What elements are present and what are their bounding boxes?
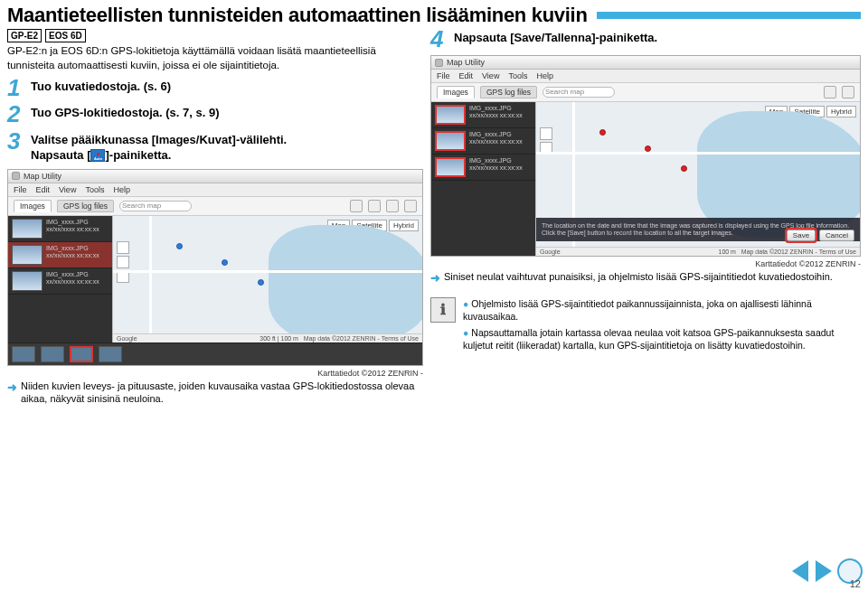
- app-titlebar: Map Utility: [431, 56, 860, 70]
- title-accent: [597, 12, 861, 19]
- tab-gps-log[interactable]: GPS log files: [480, 86, 537, 98]
- step-4-number: 4: [430, 29, 448, 50]
- img-date: xx/xx/xxxx xx:xx:xx: [46, 252, 99, 258]
- map-pin-red[interactable]: [645, 145, 651, 152]
- list-item[interactable]: IMG_xxxx.JPGxx/xx/xxxx xx:xx:xx: [431, 155, 535, 181]
- step-3: 3 Valitse pääikkunassa [Images/Kuvat]-vä…: [7, 131, 423, 164]
- list-item[interactable]: IMG_xxxx.JPGxx/xx/xxxx xx:xx:xx: [8, 242, 112, 268]
- mini-thumb[interactable]: [99, 346, 122, 362]
- map-pin-blue[interactable]: [222, 259, 228, 266]
- img-name: IMG_xxxx.JPG: [46, 271, 89, 277]
- list-item[interactable]: IMG_xxxx.JPGxx/xx/xxxx xx:xx:xx: [431, 128, 535, 155]
- map-logo: Google: [117, 335, 137, 342]
- list-item[interactable]: IMG_xxxx.JPGxx/xx/xxxx xx:xx:xx: [8, 268, 112, 295]
- maptab-hybrid[interactable]: Hybrid: [389, 220, 419, 231]
- mini-thumb[interactable]: [41, 346, 64, 362]
- toolbar-btn-1[interactable]: [350, 200, 363, 212]
- step-4: 4 Napsauta [Save/Tallenna]-painiketta.: [430, 29, 861, 50]
- thumb: [12, 219, 42, 239]
- menu-file[interactable]: File: [437, 71, 450, 80]
- map-view[interactable]: Map Satellite Hybrid The location on the…: [535, 102, 860, 256]
- step-2-text: Tuo GPS-lokitiedostoja. (s. 7, s. 9): [31, 104, 220, 125]
- toolbar-btn-1[interactable]: [824, 86, 836, 98]
- img-date: xx/xx/xxxx xx:xx:xx: [46, 226, 99, 232]
- step-3-line1: Valitse pääikkunassa [Images/Kuvat]-väli…: [31, 133, 287, 146]
- img-name: IMG_xxxx.JPG: [469, 105, 512, 111]
- map-pin-blue[interactable]: [258, 279, 264, 286]
- app-titlebar: Map Utility: [8, 170, 422, 183]
- image-list: IMG_xxxx.JPGxx/xx/xxxx xx:xx:xx IMG_xxxx…: [8, 216, 112, 342]
- map-attribution-left: Karttatiedot ©2012 ZENRIN -: [7, 369, 423, 378]
- menu-tools[interactable]: Tools: [85, 185, 104, 194]
- save-button[interactable]: Save: [787, 230, 816, 241]
- info-icon: ℹ: [430, 297, 456, 323]
- app-icon: [435, 59, 443, 67]
- menu-view[interactable]: View: [482, 71, 499, 80]
- prev-page-button[interactable]: [792, 560, 808, 582]
- map-attribution-right: Karttatiedot ©2012 ZENRIN -: [430, 259, 861, 268]
- arrow-icon: ➜: [430, 270, 440, 286]
- menu-help[interactable]: Help: [536, 71, 553, 80]
- page-number: 12: [850, 578, 861, 589]
- menu-view[interactable]: View: [59, 185, 76, 194]
- app-title: Map Utility: [447, 58, 485, 67]
- info-box: ℹ ●Ohjelmisto lisää GPS-sijaintitiedot p…: [430, 297, 861, 352]
- thumb: [12, 271, 42, 291]
- app-menubar[interactable]: File Edit View Tools Help: [8, 183, 422, 197]
- maptab-hybrid[interactable]: Hybrid: [826, 106, 856, 117]
- thumb: [435, 131, 466, 151]
- img-date: xx/xx/xxxx xx:xx:xx: [46, 278, 99, 285]
- search-input[interactable]: Search map: [542, 87, 615, 98]
- step-1-text: Tuo kuvatiedostoja. (s. 6): [31, 78, 171, 98]
- intro-text: GP-E2:n ja EOS 6D:n GPS-lokitietoja käyt…: [0, 44, 416, 78]
- step-2: 2 Tuo GPS-lokitiedostoja. (s. 7, s. 9): [7, 104, 423, 125]
- note-left: ➜ Niiden kuvien leveys- ja pituusaste, j…: [7, 380, 423, 407]
- menu-file[interactable]: File: [14, 185, 27, 194]
- menu-tools[interactable]: Tools: [508, 71, 527, 80]
- map-scale-m: 100 m: [281, 335, 298, 342]
- toolbar-btn-4[interactable]: [404, 200, 417, 212]
- step-3-text: Valitse pääikkunassa [Images/Kuvat]-väli…: [31, 131, 287, 164]
- toolbar-btn-2[interactable]: [368, 200, 381, 212]
- list-item[interactable]: IMG_xxxx.JPGxx/xx/xxxx xx:xx:xx: [431, 102, 535, 128]
- img-date: xx/xx/xxxx xx:xx:xx: [469, 112, 523, 118]
- img-date: xx/xx/xxxx xx:xx:xx: [469, 138, 523, 145]
- map-view[interactable]: Map Satellite Hybrid Google 300 ft | 100…: [112, 216, 422, 342]
- toolbar-btn-3[interactable]: [386, 200, 399, 212]
- toolbar-btn-2[interactable]: [842, 86, 854, 98]
- map-zoom-controls[interactable]: [117, 241, 131, 285]
- mini-thumb[interactable]: [12, 346, 35, 362]
- menu-help[interactable]: Help: [113, 185, 130, 194]
- menu-edit[interactable]: Edit: [36, 185, 51, 194]
- tab-images[interactable]: Images: [437, 86, 475, 98]
- search-input[interactable]: Search map: [119, 201, 192, 211]
- info-line-1: Ohjelmisto lisää GPS-sijaintitiedot paik…: [463, 298, 812, 322]
- badge-gpe2: GP-E2: [7, 29, 42, 42]
- thumbnail-strip: [8, 342, 422, 365]
- image-list: IMG_xxxx.JPGxx/xx/xxxx xx:xx:xx IMG_xxxx…: [431, 102, 535, 256]
- cancel-button[interactable]: Cancel: [819, 230, 854, 241]
- note-right: ➜ Siniset neulat vaihtuvat punaisiksi, j…: [430, 270, 861, 286]
- step-3-number: 3: [7, 131, 25, 164]
- app-window-left: Map Utility File Edit View Tools Help Im…: [7, 169, 423, 366]
- map-pin-red[interactable]: [599, 129, 606, 136]
- map-pin-blue[interactable]: [176, 243, 183, 249]
- next-page-button[interactable]: [816, 560, 832, 582]
- tab-gps-log[interactable]: GPS log files: [57, 200, 114, 212]
- map-pin-red[interactable]: [681, 165, 687, 172]
- map-scale-ft: 300 ft: [259, 335, 276, 342]
- tab-images[interactable]: Images: [14, 200, 52, 212]
- app-window-right: Map Utility File Edit View Tools Help Im…: [430, 55, 861, 257]
- step-3-line2a: Napsauta [: [31, 148, 90, 162]
- note-left-text: Niiden kuvien leveys- ja pituusaste, joi…: [21, 380, 423, 407]
- app-toolbar: Images GPS log files Search map: [8, 197, 422, 216]
- list-item[interactable]: IMG_xxxx.JPGxx/xx/xxxx xx:xx:xx: [8, 216, 112, 242]
- app-icon: [12, 172, 20, 180]
- thumb: [435, 157, 466, 177]
- arrow-icon: ➜: [7, 380, 17, 407]
- app-menubar[interactable]: File Edit View Tools Help: [431, 70, 860, 83]
- mini-thumb-highlight[interactable]: [70, 346, 93, 362]
- img-name: IMG_xxxx.JPG: [46, 245, 89, 251]
- menu-edit[interactable]: Edit: [459, 71, 474, 80]
- step-4-text: Napsauta [Save/Tallenna]-painiketta.: [454, 29, 657, 50]
